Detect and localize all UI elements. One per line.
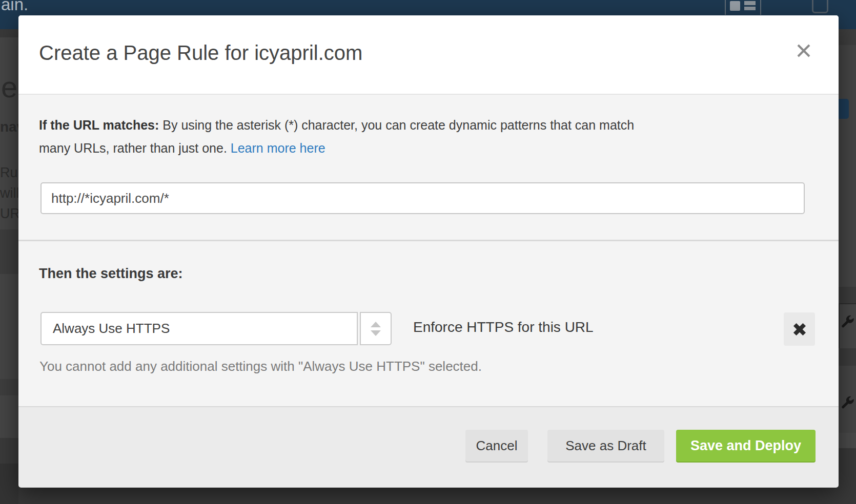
wrench-icon [840, 396, 854, 410]
dimmed-band [0, 29, 18, 37]
list-view-icon [744, 1, 756, 5]
heavy-x-icon [792, 322, 807, 337]
url-match-text-line1: By using the asterisk (*) character, you… [162, 118, 634, 132]
dimmed-blue-button-edge [839, 99, 849, 119]
dimmed-page-bottom-edge [18, 487, 839, 504]
save-as-draft-button[interactable]: Save as Draft [547, 430, 664, 461]
dimmed-text-fragment: nav [0, 119, 18, 135]
setting-select-value: Always Use HTTPS [53, 321, 170, 337]
dimmed-page-right-edge [839, 29, 856, 504]
dialog-header: Create a Page Rule for icyapril.com [18, 15, 839, 95]
url-match-description: If the URL matches: By using the asteris… [39, 114, 792, 160]
setting-select-spinner[interactable] [360, 312, 392, 345]
url-match-text-line2: many URLs, rather than just one. [39, 141, 227, 155]
create-page-rule-dialog: Create a Page Rule for icyapril.com If t… [18, 15, 839, 487]
save-and-deploy-button[interactable]: Save and Deploy [676, 430, 816, 461]
dimmed-band [0, 229, 18, 274]
close-icon[interactable] [792, 39, 816, 62]
view-toggle-divider [725, 0, 726, 15]
setting-select[interactable]: Always Use HTTPS [40, 312, 358, 345]
dimmed-band [839, 433, 856, 448]
dimmed-band [0, 438, 18, 464]
section-divider [18, 240, 839, 241]
chevron-up-icon [371, 322, 381, 327]
list-view-icon [744, 7, 756, 10]
grid-view-icon [730, 1, 740, 11]
dimmed-band [0, 379, 18, 395]
dialog-title: Create a Page Rule for icyapril.com [39, 41, 362, 65]
learn-more-link[interactable]: Learn more here [231, 141, 325, 155]
remove-setting-button[interactable] [784, 312, 815, 346]
dimmed-band [0, 464, 18, 504]
dimmed-text-fragment: Ru [0, 165, 18, 181]
dimmed-band [839, 348, 856, 366]
dimmed-band [839, 29, 856, 45]
dimmed-text-fragment: UR [0, 206, 18, 222]
url-pattern-input[interactable] [40, 182, 805, 214]
page-rules-screen: ain. e nav Ru will UR [0, 0, 856, 504]
wrench-icon [840, 315, 854, 329]
dimmed-text-fragment: will [0, 185, 18, 201]
topbar-text-fragment: ain. [1, 0, 28, 14]
dimmed-heading-fragment: e [1, 70, 17, 104]
settings-heading: Then the settings are: [39, 266, 183, 282]
dimmed-page-left-edge: e nav Ru will UR [0, 29, 18, 504]
url-match-label: If the URL matches: [39, 118, 159, 132]
dimmed-band [839, 287, 856, 303]
device-icon [812, 0, 828, 13]
setting-description: Enforce HTTPS for this URL [413, 319, 594, 335]
dimmed-band [839, 448, 856, 504]
chevron-down-icon [371, 330, 381, 336]
setting-restriction-note: You cannot add any additional settings w… [39, 359, 482, 374]
cancel-button[interactable]: Cancel [465, 430, 528, 461]
view-toggle-divider [760, 0, 761, 15]
